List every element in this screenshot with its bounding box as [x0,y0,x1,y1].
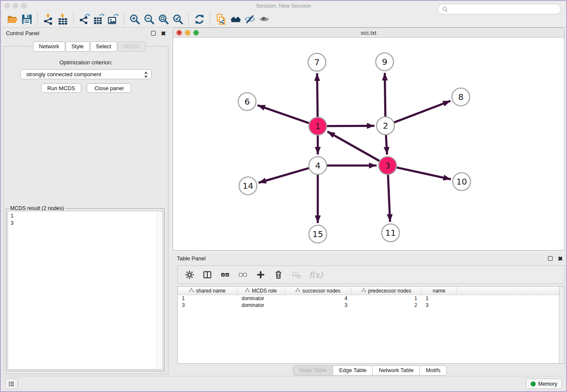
close-panel-icon[interactable]: ✖ [161,30,166,36]
search-input[interactable] [451,6,556,12]
task-history-button[interactable] [5,378,18,389]
edge-2-8[interactable] [394,101,451,122]
hide-unselected-icon[interactable] [242,12,257,26]
edge-3-1[interactable] [328,132,380,161]
tab-edge-table[interactable]: Edge Table [333,365,373,375]
table-cell[interactable]: dominator [237,302,285,309]
graph-node-7[interactable]: 7 [308,53,326,71]
mcds-result-area[interactable]: 13 [8,211,163,370]
svg-text:6: 6 [245,97,250,107]
column-header-name[interactable]: name [421,287,457,295]
table-cell[interactable]: dominator [237,295,285,302]
edge-1-2[interactable] [327,126,374,126]
edge-4-14[interactable] [259,168,309,183]
export-table-icon[interactable] [91,12,106,26]
table-cell[interactable]: 3 [285,302,352,309]
graph-node-10[interactable]: 10 [453,173,471,190]
tab-node-table[interactable]: Node Table [293,365,333,375]
table-cell[interactable]: 3 [421,302,457,309]
table-cell[interactable]: 3 [178,302,237,309]
graph-node-2[interactable]: 2 [377,117,394,135]
toolbar-separator [210,13,210,25]
edge-2-9[interactable] [385,73,385,116]
graph-node-4[interactable]: 4 [309,157,327,174]
graph-node-8[interactable]: 8 [452,88,470,106]
column-header-MCDS-role[interactable]: MCDS role [237,287,285,295]
duplicate-network-icon[interactable] [214,12,228,26]
edge-1-7[interactable] [317,73,317,117]
table-cell[interactable]: 1 [178,295,237,302]
graph-node-1[interactable]: 1 [309,117,327,135]
memory-status-icon [531,381,536,386]
mcds-result-lines: 13 [11,213,160,227]
table-cell[interactable]: 1 [352,295,421,302]
table-mode-icon[interactable] [202,270,212,280]
show-all-icon[interactable] [257,12,271,26]
column-label: predecessor nodes [368,288,411,294]
result-line: 1 [11,213,160,220]
memory-button[interactable]: Memory [526,378,562,389]
zoom-selected-icon[interactable] [171,12,185,26]
table-cell[interactable]: 4 [285,295,352,302]
column-header-successor-nodes[interactable]: successor nodes [285,287,352,295]
graph-node-11[interactable]: 11 [382,224,399,242]
delete-table-icon [291,270,301,280]
zoom-fit-icon[interactable] [156,12,171,26]
add-column-icon[interactable] [256,270,266,280]
graph-node-3[interactable]: 3 [379,157,396,174]
edge-2-3[interactable] [386,135,387,155]
edge-3-10[interactable] [396,168,451,179]
graph-node-14[interactable]: 14 [239,177,257,195]
task-list-icon [8,380,15,388]
float-table-panel-icon[interactable] [548,256,553,261]
graph-node-15[interactable]: 15 [309,225,327,243]
table-row[interactable]: 3dominator323 [178,302,564,309]
graph-node-6[interactable]: 6 [238,93,256,110]
close-panel-button[interactable]: Close panel [87,83,131,93]
table-panel-title: Table Panel [177,255,206,262]
close-table-panel-icon[interactable]: ✖ [558,256,563,262]
zoom-in-icon[interactable] [127,12,142,26]
export-image-icon[interactable] [106,12,120,26]
import-network-icon[interactable] [41,12,55,26]
svg-text:3: 3 [385,160,391,171]
delete-column-icon[interactable] [273,270,284,280]
table-cell[interactable]: 2 [352,302,421,309]
column-header-shared-name[interactable]: shared name [178,287,237,295]
table-toolbar: f(x) [177,265,564,284]
node-table: shared nameMCDS rolesuccessor nodesprede… [177,286,564,364]
tab-style[interactable]: Style [66,41,90,52]
criterion-select[interactable]: strongly connected component [20,69,151,79]
graph-node-9[interactable]: 9 [376,53,394,71]
run-mcds-button[interactable]: Run MCDS [41,83,81,93]
table-scrollbar[interactable] [559,287,564,363]
result-scrollbar[interactable] [157,211,162,369]
open-file-icon[interactable] [5,12,19,26]
table-cell[interactable]: 1 [421,295,457,302]
network-canvas[interactable]: 7968124314101511 [173,38,564,250]
table-row[interactable]: 1dominator411 [178,295,564,302]
tab-mcds[interactable]: MCDS [118,41,146,52]
svg-text:11: 11 [385,228,396,238]
tab-motifs[interactable]: Motifs [419,365,447,375]
column-settings-icon[interactable] [184,270,195,280]
column-header-predecessor-nodes[interactable]: predecessor nodes [352,287,421,295]
select-all-icon[interactable] [220,270,230,280]
tab-network[interactable]: Network [33,41,65,52]
import-table-icon[interactable] [55,12,70,26]
deselect-all-icon[interactable] [238,270,248,280]
hierarchy-icon [189,288,194,294]
refresh-icon[interactable] [192,12,206,26]
zoom-out-icon[interactable] [142,12,156,26]
save-session-icon[interactable] [19,12,34,26]
export-network-icon[interactable] [77,12,91,26]
float-panel-icon[interactable] [151,31,156,36]
edge-1-6[interactable] [258,105,309,123]
edge-3-11[interactable] [388,175,390,222]
search-box[interactable] [438,4,561,14]
column-label: successor nodes [302,288,340,294]
tab-network-table[interactable]: Network Table [372,365,420,375]
network-window-titlebar[interactable]: ✕ − + scc.txt [173,28,564,38]
tab-select[interactable]: Select [90,41,117,52]
home-icon[interactable] [228,12,242,26]
